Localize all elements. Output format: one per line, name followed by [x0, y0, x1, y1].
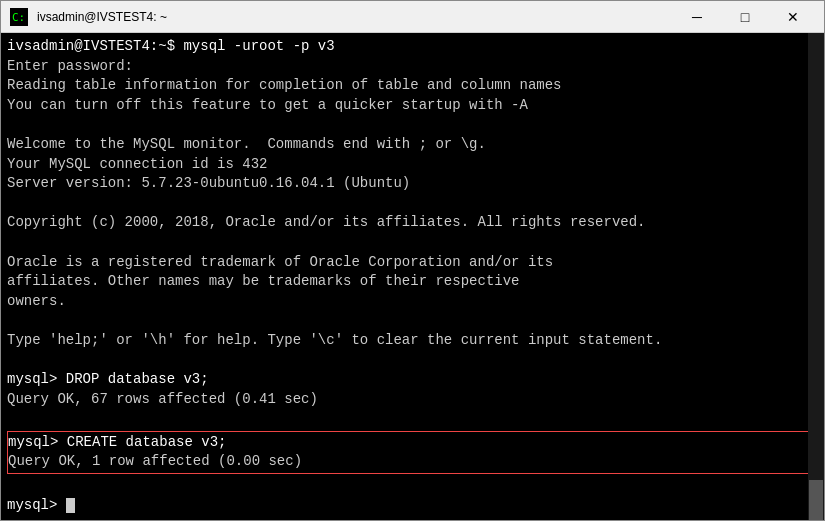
terminal-line — [7, 409, 818, 429]
terminal-line: Type 'help;' or '\h' for help. Type '\c'… — [7, 331, 818, 351]
terminal-line: Server version: 5.7.23-0ubuntu0.16.04.1 … — [7, 174, 818, 194]
terminal-prompt-line[interactable]: mysql> — [7, 496, 818, 516]
scrollbar-thumb[interactable] — [809, 480, 823, 520]
terminal-line — [7, 194, 818, 214]
terminal-line: Reading table information for completion… — [7, 76, 818, 96]
terminal-line: owners. — [7, 292, 818, 312]
terminal-line: You can turn off this feature to get a q… — [7, 96, 818, 116]
terminal-output: ivsadmin@IVSTEST4:~$ mysql -uroot -p v3 … — [7, 37, 818, 429]
terminal-line: mysql> DROP database v3; — [7, 370, 818, 390]
terminal-line: Enter password: — [7, 57, 818, 77]
terminal-line — [7, 311, 818, 331]
terminal-window: C: ivsadmin@IVSTEST4: ~ ─ □ ✕ ivsadmin@I… — [0, 0, 825, 521]
terminal-line — [7, 115, 818, 135]
window-controls: ─ □ ✕ — [674, 2, 816, 32]
terminal-line — [7, 351, 818, 371]
svg-text:C:: C: — [12, 11, 25, 24]
terminal-line: affiliates. Other names may be trademark… — [7, 272, 818, 292]
create-database-result: Query OK, 1 row affected (0.00 sec) — [8, 452, 817, 472]
terminal-line: ivsadmin@IVSTEST4:~$ mysql -uroot -p v3 — [7, 37, 818, 57]
maximize-button[interactable]: □ — [722, 2, 768, 32]
terminal-line: Copyright (c) 2000, 2018, Oracle and/or … — [7, 213, 818, 233]
scrollbar[interactable] — [808, 33, 824, 520]
minimize-button[interactable]: ─ — [674, 2, 720, 32]
terminal-line — [7, 476, 818, 496]
highlighted-command-block: mysql> CREATE database v3; Query OK, 1 r… — [7, 431, 818, 474]
app-icon: C: — [9, 7, 29, 27]
terminal-line: Oracle is a registered trademark of Orac… — [7, 253, 818, 273]
terminal-cursor — [66, 498, 75, 513]
terminal-line: Query OK, 67 rows affected (0.41 sec) — [7, 390, 818, 410]
terminal-line: Welcome to the MySQL monitor. Commands e… — [7, 135, 818, 155]
window-title: ivsadmin@IVSTEST4: ~ — [37, 10, 674, 24]
titlebar: C: ivsadmin@IVSTEST4: ~ ─ □ ✕ — [1, 1, 824, 33]
create-database-command: mysql> CREATE database v3; — [8, 433, 817, 453]
terminal-body[interactable]: ivsadmin@IVSTEST4:~$ mysql -uroot -p v3 … — [1, 33, 824, 520]
close-button[interactable]: ✕ — [770, 2, 816, 32]
terminal-line — [7, 233, 818, 253]
terminal-line: Your MySQL connection id is 432 — [7, 155, 818, 175]
